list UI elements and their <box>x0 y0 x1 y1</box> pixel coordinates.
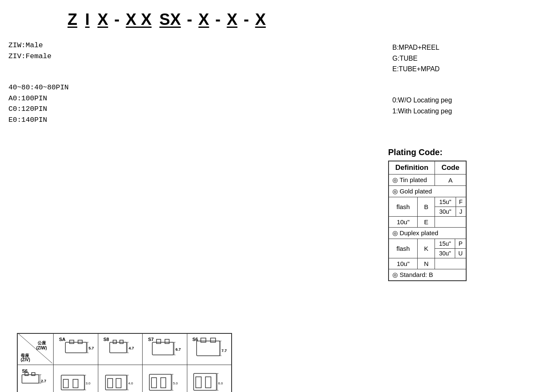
code-sep3 <box>153 11 158 29</box>
code-dash4: - <box>239 11 254 29</box>
col-s6: S6 7.7 <box>187 333 232 365</box>
code-xx: X X <box>126 11 151 29</box>
code-i: I <box>85 11 90 29</box>
row-label-s6: S6 2.7 <box>17 365 54 392</box>
svg-rect-22 <box>65 342 86 353</box>
pin-c0: C0:120PIN <box>8 104 69 115</box>
svg-text:公座: 公座 <box>37 341 46 345</box>
plating-table: Definition Code ◎ Tin plated A ◎ Gold pl… <box>388 161 467 281</box>
svg-rect-32 <box>120 340 123 344</box>
svg-rect-63 <box>73 379 78 388</box>
svg-rect-87 <box>205 377 211 388</box>
svg-text:5.0: 5.0 <box>173 381 178 385</box>
standard-label: ◎ Standard: B <box>389 269 466 281</box>
gold-30u-placeholder <box>435 217 466 228</box>
gold-flash-def: flash <box>389 197 418 217</box>
svg-rect-54 <box>22 375 39 383</box>
svg-rect-70 <box>108 379 113 388</box>
gold-10u-def: 10u" <box>389 217 418 228</box>
code-dash1: - <box>110 11 124 29</box>
gold-plated-header: ◎ Gold plated <box>389 186 466 197</box>
plating-section: Plating Code: Definition Code ◎ Tin plat… <box>388 148 532 281</box>
pin-a0: A0:100PIN <box>8 93 69 104</box>
tin-plated-row: ◎ Tin plated A <box>389 175 466 186</box>
tin-plated-def: ◎ Tin plated <box>389 175 435 186</box>
plating-title: Plating Code: <box>388 148 532 157</box>
duplex-flash-def: flash <box>389 239 418 258</box>
cell-s6-s6: 6.0 <box>187 365 232 392</box>
duplex-30u-placeholder <box>435 258 466 269</box>
col-definition: Definition <box>389 161 435 175</box>
duplex-10u-def: 10u" <box>389 258 418 269</box>
svg-rect-24 <box>78 340 82 344</box>
svg-text:(ZIV): (ZIV) <box>21 357 30 362</box>
pin-40-80: 40~80:40~80PIN <box>8 82 69 93</box>
duplex-plated-label: ◎ Duplex plated <box>389 228 466 239</box>
code-sx: SX <box>159 11 181 29</box>
duplex-flash-code: K <box>418 239 435 258</box>
gold-15u-row: 15u" F 30u" J <box>435 197 466 217</box>
pin-e0: E0:140PIN <box>8 115 69 126</box>
tin-plated-code: A <box>435 175 466 186</box>
col-code: Code <box>435 161 466 175</box>
svg-text:6.0: 6.0 <box>218 381 223 385</box>
svg-rect-71 <box>116 379 121 388</box>
svg-rect-78 <box>151 378 157 388</box>
svg-rect-23 <box>70 340 74 344</box>
svg-rect-79 <box>161 378 166 388</box>
duplex-row-1: flash K 15u" P 30u" U <box>389 239 466 258</box>
col-s8: S8 4.7 <box>98 333 143 365</box>
gold-flash-code: B <box>418 197 435 217</box>
svg-text:6.7: 6.7 <box>176 347 181 352</box>
svg-text:S8: S8 <box>103 337 109 342</box>
duplex-plated-header: ◎ Duplex plated <box>389 228 466 239</box>
svg-rect-30 <box>110 342 127 353</box>
cell-s6-s8: 4.0 6.0 <box>98 365 143 392</box>
code-sep1 <box>79 11 84 29</box>
svg-rect-62 <box>63 379 68 388</box>
svg-rect-31 <box>113 340 116 344</box>
diag-header: 公座 (ZIW) 母座 (ZIV) <box>17 333 54 365</box>
loc-0: 0:W/O Locating peg <box>392 95 532 106</box>
code-dash3: - <box>211 11 225 29</box>
code-sep2 <box>91 11 96 29</box>
gold-10u-code: E <box>418 217 435 228</box>
svg-rect-56 <box>32 373 35 376</box>
svg-text:(ZIW): (ZIW) <box>36 346 47 350</box>
pkg-e: E:TUBE+MPAD <box>392 64 532 75</box>
type-female: ZIV:Female <box>8 51 51 62</box>
type-male: ZIW:Male <box>8 40 51 51</box>
standard-row: ◎ Standard: B <box>389 269 466 281</box>
svg-text:5.7: 5.7 <box>89 346 94 350</box>
col-sa: SA 5.7 <box>54 333 98 365</box>
svg-text:4.0: 4.0 <box>128 381 133 385</box>
package-labels: B:MPAD+REEL G:TUBE E:TUBE+MPAD <box>392 42 532 75</box>
duplex-10u-code: N <box>418 258 435 269</box>
code-dash2: - <box>183 11 197 29</box>
gold-row-1: flash B 15u" F 30u" J <box>389 197 466 217</box>
code-x4: X <box>255 11 266 29</box>
svg-rect-86 <box>196 377 201 388</box>
pkg-b: B:MPAD+REEL <box>392 42 532 53</box>
svg-rect-46 <box>197 341 220 356</box>
code-x2: X <box>198 11 209 29</box>
type-labels: ZIW:Male ZIV:Female <box>8 40 51 62</box>
cell-s6-sa: 3.0 6.0 <box>54 365 98 392</box>
pin-labels: 40~80:40~80PIN A0:100PIN C0:120PIN E0:14… <box>8 82 69 125</box>
code-x3: X <box>227 11 237 29</box>
gold-plated-label: ◎ Gold plated <box>389 186 466 197</box>
svg-rect-47 <box>201 338 206 342</box>
svg-rect-48 <box>211 338 216 342</box>
code-x1: X <box>97 11 108 29</box>
svg-rect-40 <box>165 339 169 344</box>
svg-text:4.7: 4.7 <box>129 346 134 350</box>
svg-rect-38 <box>152 342 173 355</box>
duplex-15u: 15u" P 30u" U <box>435 239 466 258</box>
cell-s6-s7: 5.0 7.0 <box>143 365 187 392</box>
gold-row-2: 10u" E <box>389 217 466 228</box>
code-z: Z <box>68 11 77 29</box>
svg-text:2.7: 2.7 <box>41 379 46 383</box>
pkg-g: G:TUBE <box>392 53 532 64</box>
svg-text:S7: S7 <box>148 337 154 342</box>
duplex-row-2: 10u" N <box>389 258 466 269</box>
